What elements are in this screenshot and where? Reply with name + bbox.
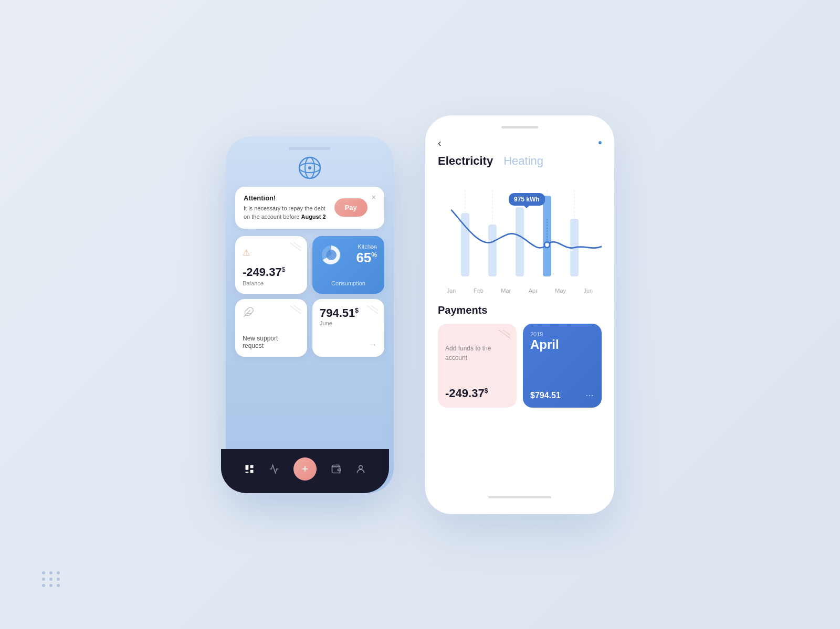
pie-chart xyxy=(320,243,343,266)
svg-rect-26 xyxy=(516,207,524,276)
close-icon[interactable]: × xyxy=(372,193,376,201)
decorative-dots xyxy=(42,571,61,587)
more-options-blue-icon[interactable]: ⋯ xyxy=(585,390,594,400)
svg-rect-15 xyxy=(250,465,253,468)
payment-card-blue[interactable]: 2019 April $794.51 ⋯ xyxy=(523,324,602,408)
chart-area: 975 kWh Jan Feb Mar Apr May Jun xyxy=(438,178,602,294)
decoration-lines-3 xyxy=(366,305,378,316)
svg-rect-14 xyxy=(245,465,248,470)
support-card[interactable]: New support request xyxy=(235,299,307,357)
tabs: Electricity Heating xyxy=(438,154,602,168)
nav-wallet[interactable] xyxy=(331,464,341,474)
bottom-nav: + xyxy=(221,449,389,493)
more-options-icon[interactable]: ⋯ xyxy=(369,242,378,252)
svg-line-5 xyxy=(293,242,301,248)
attention-body: It is necessary to repay the debt on the… xyxy=(244,204,329,221)
tab-heating[interactable]: Heating xyxy=(503,154,543,168)
nav-dashboard[interactable] xyxy=(244,464,255,474)
attention-card: Attention! It is necessary to repay the … xyxy=(235,187,384,229)
payments-title: Payments xyxy=(438,304,602,316)
home-bar xyxy=(488,496,551,498)
payment-card-pink[interactable]: Add funds to the account -249.37$ xyxy=(438,324,517,408)
nav-charts[interactable] xyxy=(269,464,279,474)
svg-rect-17 xyxy=(245,472,248,473)
phone1: Attention! It is necessary to repay the … xyxy=(226,136,394,493)
svg-rect-25 xyxy=(488,225,497,276)
payment-pink-amount: -249.37$ xyxy=(445,387,509,400)
pay-button[interactable]: Pay xyxy=(334,198,368,217)
june-card[interactable]: 794.51$ June → xyxy=(312,299,384,357)
balance-amount: -249.37$ xyxy=(243,265,300,279)
svg-line-32 xyxy=(503,330,510,335)
payment-cards: Add funds to the account -249.37$ 2019 A… xyxy=(438,324,602,408)
svg-rect-16 xyxy=(250,470,253,473)
consumption-label: Consumption xyxy=(320,280,377,286)
chart-x-labels: Jan Feb Mar Apr May Jun xyxy=(438,287,602,294)
support-label: New support request xyxy=(243,335,300,349)
payment-blue-year: 2019 xyxy=(530,331,594,337)
svg-point-7 xyxy=(326,250,337,260)
svg-point-3 xyxy=(308,166,311,169)
arrow-right-icon[interactable]: → xyxy=(369,340,377,349)
phone2: ‹ Electricity Heating xyxy=(425,115,614,514)
chart-tooltip: 975 kWh xyxy=(509,193,545,206)
balance-label: Balance xyxy=(243,280,300,286)
app-logo xyxy=(297,155,322,180)
phone2-header: ‹ xyxy=(438,137,602,149)
payment-pink-label: Add funds to the account xyxy=(445,344,509,363)
consumption-card: ⋯ Kitchen 65% xyxy=(312,236,384,294)
svg-point-18 xyxy=(359,465,363,469)
tab-electricity[interactable]: Electricity xyxy=(438,154,493,168)
back-button[interactable]: ‹ xyxy=(438,137,442,149)
decoration-lines xyxy=(289,242,301,253)
indicator-dot xyxy=(598,141,602,144)
decoration-lines-2 xyxy=(289,305,301,316)
payment-blue-amount: $794.51 xyxy=(530,391,594,400)
decoration-lines-pink xyxy=(499,330,510,340)
phone2-notch xyxy=(501,126,538,129)
nav-profile[interactable] xyxy=(355,464,366,474)
svg-line-9 xyxy=(293,305,301,311)
svg-line-13 xyxy=(371,305,378,311)
balance-card: ⚠ -249.37$ Balance xyxy=(235,236,307,294)
attention-title: Attention! xyxy=(244,194,329,202)
cards-grid: ⚠ -249.37$ Balance ⋯ xyxy=(235,236,384,357)
june-label: June xyxy=(320,320,377,326)
payment-blue-month: April xyxy=(530,337,594,352)
phone1-notch xyxy=(289,147,331,150)
nav-add-button[interactable]: + xyxy=(293,457,317,481)
